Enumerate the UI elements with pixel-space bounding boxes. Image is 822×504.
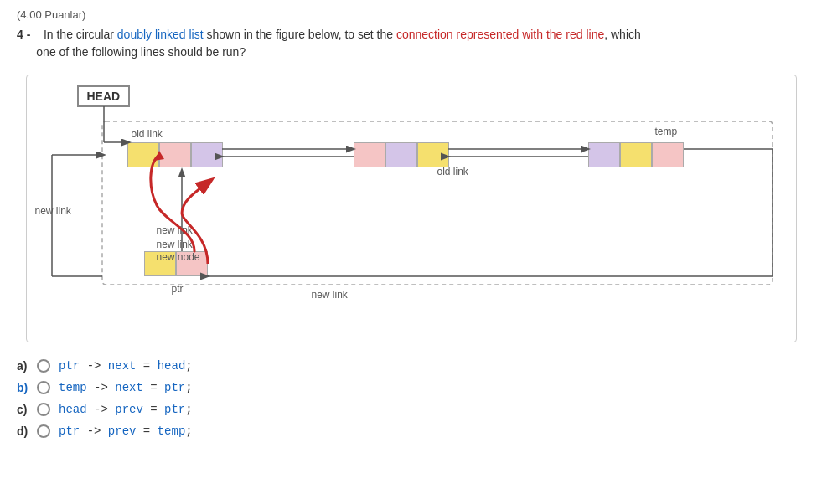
radio-b[interactable] [37, 381, 50, 394]
code-b: temp -> next = ptr; [59, 381, 193, 394]
letter-b: b) [17, 381, 37, 394]
question-number: 4 - [17, 28, 30, 41]
code-d: ptr -> prev = temp; [59, 424, 193, 438]
radio-a[interactable] [37, 359, 50, 373]
svg-rect-0 [102, 121, 773, 285]
svg-marker-14 [154, 151, 164, 161]
letter-c: c) [17, 403, 37, 416]
question-text: 4 - In the circular doubly linked list s… [17, 26, 805, 61]
question-header: (4.00 Puanlar) [17, 8, 805, 21]
letter-a: a) [17, 359, 37, 373]
code-a: ptr -> next = head; [59, 359, 193, 373]
diagram-svg [27, 75, 796, 342]
answer-c: c) head -> prev = ptr; [17, 403, 805, 416]
letter-d: d) [17, 424, 37, 438]
diagram-container: HEAD old link old link new link new link… [26, 75, 797, 342]
answer-a: a) ptr -> next = head; [17, 359, 805, 373]
answer-b: b) temp -> next = ptr; [17, 381, 805, 394]
radio-d[interactable] [37, 424, 50, 438]
answer-d: d) ptr -> prev = temp; [17, 424, 805, 438]
code-c: head -> prev = ptr; [59, 403, 193, 416]
answers-section: a) ptr -> next = head; b) temp -> next =… [17, 359, 805, 438]
radio-c[interactable] [37, 403, 50, 416]
